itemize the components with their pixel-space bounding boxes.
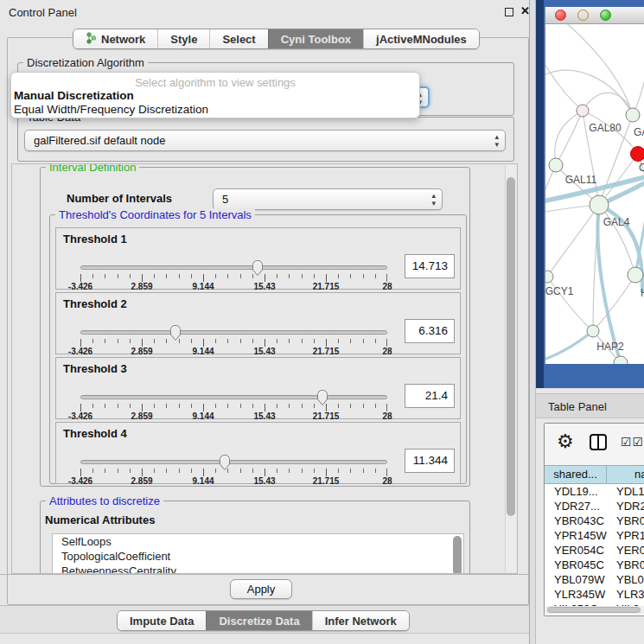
tab-label: Style xyxy=(170,33,197,46)
tab[interactable]: jActiveMNodules xyxy=(363,29,479,48)
node-label: GA xyxy=(634,126,644,138)
slider-major-ticks xyxy=(80,469,387,476)
node-label: GAL11 xyxy=(565,174,597,186)
network-graph: GAL80GACGAL11GAL4GCY1HHAP2 xyxy=(545,24,644,364)
tab-label: Cyni Toolbox xyxy=(281,33,351,46)
float-window-icon[interactable] xyxy=(505,8,513,16)
scrollbar-thumb[interactable] xyxy=(507,177,515,516)
threshold-label: Threshold 3 xyxy=(63,362,127,375)
table-row[interactable]: YDR27... YDR2 xyxy=(545,500,644,514)
tab-label: Discretize Data xyxy=(219,615,299,628)
num-intervals-combobox[interactable]: 5 ▴▾ xyxy=(213,188,443,210)
slider-major-ticks xyxy=(80,339,387,347)
attributes-group: Attributes to discretize Numerical Attri… xyxy=(40,501,470,574)
gear-icon[interactable]: ⚙ xyxy=(557,430,574,453)
tab[interactable]: Network xyxy=(73,29,157,48)
network-node[interactable] xyxy=(631,147,644,162)
slider-scale: -3.426 2.859 9.144 15.43 21.715 28 xyxy=(80,476,387,486)
group-title: Threshold's Coordinates for 5 Intervals xyxy=(55,208,255,221)
node-label: GCY1 xyxy=(545,285,574,297)
network-window-titlebar[interactable] xyxy=(545,7,644,24)
tab[interactable]: Infer Network xyxy=(312,611,409,630)
num-intervals-value: 5 xyxy=(222,193,228,206)
select-checkboxes-icon[interactable]: ☑☑ xyxy=(621,435,644,449)
table-row[interactable]: YER054C YER0 xyxy=(545,544,644,558)
threshold-slider[interactable]: -3.426 2.859 9.144 15.43 21.715 28 xyxy=(80,259,387,290)
table-row[interactable]: YPR145W YPR1 xyxy=(545,529,644,544)
column-header[interactable]: shared... xyxy=(545,466,607,483)
table-row[interactable]: YDL19... YDL1 xyxy=(545,485,644,500)
panel-divider[interactable] xyxy=(529,0,536,644)
tab-label: Network xyxy=(101,33,145,46)
network-node[interactable] xyxy=(590,195,609,214)
settings-scroll-area: Interval Definition Number of Intervals … xyxy=(11,163,518,574)
node-table: ⚙ ☑☑ shared... na YDL19... YDL1 YDR27...… xyxy=(544,423,644,616)
threshold-slider[interactable]: -3.426 2.859 9.144 15.43 21.715 28 xyxy=(80,389,387,420)
slider-track[interactable] xyxy=(80,395,387,399)
network-node[interactable] xyxy=(545,271,553,283)
table-row[interactable]: YBL079W YBL0 xyxy=(545,573,644,588)
slider-track[interactable] xyxy=(80,330,387,335)
slider-track[interactable] xyxy=(80,460,387,464)
numerical-attributes-label: Numerical Attributes xyxy=(45,513,155,526)
table-data-combobox[interactable]: galFiltered.sif default node ▴▾ xyxy=(24,130,506,151)
table-toolbar: ⚙ ☑☑ xyxy=(545,424,644,465)
tab[interactable]: Impute Data xyxy=(118,611,206,630)
tab-label: Select xyxy=(222,33,255,46)
dropdown-option[interactable]: Equal Width/Frequency Discretization xyxy=(11,103,419,117)
threshold-value-field[interactable]: 21.4 xyxy=(405,384,455,408)
tab[interactable]: Style xyxy=(157,29,209,48)
threshold-block: Threshold 1 -3.426 2.859 9.144 15.43 21.… xyxy=(55,227,461,290)
minimize-button[interactable] xyxy=(577,10,589,21)
network-node[interactable] xyxy=(587,325,599,337)
slider-track[interactable] xyxy=(80,265,387,270)
threshold-value-field[interactable]: 14.713 xyxy=(405,254,455,278)
network-node[interactable] xyxy=(626,108,640,122)
network-window[interactable]: GAL80GACGAL11GAL4GCY1HHAP2 xyxy=(545,7,644,364)
slider-handle[interactable] xyxy=(169,324,182,341)
tab[interactable]: Discretize Data xyxy=(206,611,311,630)
table-panel-titlebar: Table Panel xyxy=(536,393,644,418)
attribute-list-item[interactable]: BetweennessCentrality xyxy=(53,564,463,574)
network-node[interactable] xyxy=(577,105,589,117)
threshold-block: Threshold 3 -3.426 2.859 9.144 15.43 21.… xyxy=(55,357,461,419)
columns-icon[interactable] xyxy=(590,434,607,450)
attributes-list-scrollbar[interactable] xyxy=(453,536,462,574)
attribute-list-item[interactable]: TopologicalCoefficient xyxy=(53,549,463,564)
column-header[interactable]: na xyxy=(607,466,644,483)
settings-vertical-scrollbar[interactable] xyxy=(505,165,516,572)
table-row[interactable]: YBR045C YBR0 xyxy=(545,558,644,573)
interval-definition-group: Interval Definition Number of Intervals … xyxy=(40,167,470,487)
attributes-list[interactable]: SelfLoops TopologicalCoefficient Between… xyxy=(52,533,464,574)
threshold-label: Threshold 1 xyxy=(63,233,127,245)
threshold-slider[interactable]: -3.426 2.859 9.144 15.43 21.715 28 xyxy=(80,324,387,355)
threshold-block: Threshold 4 -3.426 2.859 9.144 15.43 21.… xyxy=(55,422,461,484)
network-canvas[interactable]: GAL80GACGAL11GAL4GCY1HHAP2 xyxy=(545,24,644,364)
dropdown-option[interactable]: Manual Discretization xyxy=(11,89,419,103)
threshold-slider[interactable]: -3.426 2.859 9.144 15.43 21.715 28 xyxy=(80,454,387,485)
combo-arrows-icon: ▴▾ xyxy=(494,133,499,149)
table-row[interactable]: YLR345W YLR3 xyxy=(545,588,644,603)
panel-title: Control Panel xyxy=(9,6,77,19)
tab[interactable]: Cyni Toolbox xyxy=(268,29,363,48)
apply-button[interactable]: Apply xyxy=(230,579,292,599)
threshold-label: Threshold 4 xyxy=(63,427,127,440)
network-node[interactable] xyxy=(628,267,643,283)
close-button[interactable] xyxy=(555,10,566,21)
threshold-value-field[interactable]: 11.344 xyxy=(405,449,455,473)
threshold-label: Threshold 2 xyxy=(63,297,127,310)
zoom-button[interactable] xyxy=(600,10,611,21)
slider-handle[interactable] xyxy=(316,389,329,406)
slider-handle[interactable] xyxy=(218,454,231,471)
attribute-list-item[interactable]: SelfLoops xyxy=(53,534,463,549)
slider-handle[interactable] xyxy=(251,259,264,277)
node-label: GAL80 xyxy=(589,122,622,134)
table-row[interactable]: YBR043C YBR0 xyxy=(545,514,644,529)
network-node[interactable] xyxy=(549,158,563,172)
tab[interactable]: Select xyxy=(209,29,267,48)
threshold-value-field[interactable]: 6.316 xyxy=(405,319,455,343)
table-horizontal-scrollbar[interactable] xyxy=(545,606,644,614)
scrollbar-thumb[interactable] xyxy=(547,607,641,613)
algorithm-dropdown-popup: Select algorithm to view settings Manual… xyxy=(10,72,420,118)
slider-scale: -3.426 2.859 9.144 15.43 21.715 28 xyxy=(80,411,387,421)
